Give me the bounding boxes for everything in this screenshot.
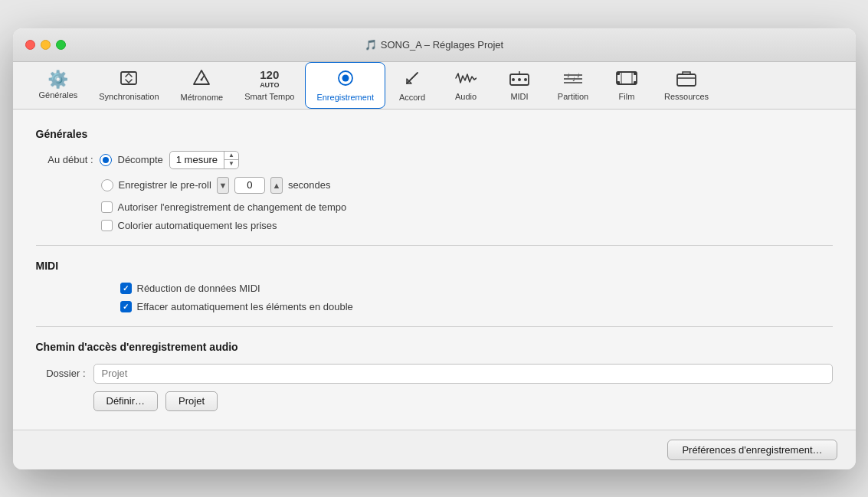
title-icon: 🎵	[365, 39, 377, 51]
colorier-row: Colorier automatiquement les prises	[101, 220, 833, 231]
reduction-label: Réduction de données MIDI	[137, 283, 260, 294]
toolbar-item-ressources[interactable]: Ressources	[653, 62, 719, 109]
sync-icon	[120, 70, 138, 90]
svg-rect-21	[634, 81, 637, 84]
toolbar-item-synchronisation[interactable]: Synchronisation	[88, 62, 169, 109]
title-text: SONG_A – Réglages Projet	[381, 39, 503, 51]
divider-2	[36, 326, 833, 327]
gear-icon: ⚙️	[47, 71, 68, 88]
svg-rect-20	[617, 81, 620, 84]
audio-icon	[455, 70, 477, 90]
au-debut-row: Au début : Décompte 1 mesure ▲ ▼	[36, 151, 833, 169]
tempo-row: Autoriser l'enregistrement de changement…	[101, 201, 833, 213]
colorier-checkbox[interactable]	[101, 220, 113, 231]
toolbar-item-film[interactable]: Film	[600, 62, 653, 109]
main-content: Générales Au début : Décompte 1 mesure ▲…	[13, 110, 856, 430]
svg-marker-1	[194, 70, 209, 84]
toolbar-label-generales: Générales	[39, 90, 78, 100]
titlebar: 🎵 SONG_A – Réglages Projet	[13, 28, 856, 62]
mesure-arrows: ▲ ▼	[224, 152, 238, 168]
decompte-label: Décompte	[118, 154, 163, 165]
pre-roll-label: Enregistrer le pre-roll	[119, 179, 211, 191]
minimize-button[interactable]	[41, 40, 51, 50]
svg-rect-19	[634, 72, 637, 75]
svg-text:♩: ♩	[567, 72, 570, 79]
colorier-label: Colorier automatiquement les prises	[118, 220, 277, 231]
effacer-label: Effacer automatiquement les éléments en …	[137, 301, 353, 312]
svg-point-8	[518, 78, 521, 81]
toolbar-label-smart-tempo: Smart Tempo	[244, 92, 294, 101]
toolbar-label-midi: MIDI	[510, 92, 528, 101]
decompte-radio[interactable]	[100, 154, 112, 166]
svg-point-7	[512, 78, 515, 81]
button-row: Définir… Projet	[93, 391, 833, 411]
folder-row: Dossier :	[36, 364, 833, 384]
mesure-up-arrow[interactable]: ▲	[224, 152, 238, 161]
svg-text:♩: ♩	[572, 76, 575, 83]
toolbar: ⚙️ Générales Synchronisation	[13, 62, 856, 110]
preferences-button[interactable]: Préférences d'enregistrement…	[667, 440, 837, 460]
midi-section-title: MIDI	[36, 260, 833, 272]
svg-text:♩: ♩	[577, 72, 580, 79]
svg-rect-24	[677, 74, 696, 86]
reduction-checkbox[interactable]	[120, 283, 132, 294]
svg-point-9	[524, 78, 527, 81]
effacer-checkbox[interactable]	[120, 301, 132, 312]
pre-roll-down-arrow[interactable]: ▼	[217, 177, 229, 194]
partition-icon: ♩ ♩ ♩	[562, 70, 584, 90]
toolbar-item-smart-tempo[interactable]: 120 AUTO Smart Tempo	[234, 62, 305, 109]
svg-point-3	[201, 78, 203, 80]
mesure-down-arrow[interactable]: ▼	[224, 160, 238, 168]
close-button[interactable]	[25, 40, 35, 50]
toolbar-item-generales[interactable]: ⚙️ Générales	[28, 62, 89, 109]
toolbar-label-partition: Partition	[558, 92, 588, 101]
toolbar-item-metronome[interactable]: Métronome	[170, 62, 234, 109]
projet-button[interactable]: Projet	[165, 391, 218, 411]
tempo-checkbox[interactable]	[101, 201, 113, 213]
window-title: 🎵 SONG_A – Réglages Projet	[365, 39, 503, 51]
toolbar-label-audio: Audio	[455, 92, 477, 101]
reduction-row: Réduction de données MIDI	[120, 283, 833, 294]
mesure-stepper[interactable]: 1 mesure ▲ ▼	[169, 151, 239, 169]
midi-icon	[509, 70, 529, 90]
zoom-button[interactable]	[56, 40, 66, 50]
mesure-value: 1 mesure	[170, 152, 224, 168]
accord-icon	[403, 69, 421, 90]
pre-roll-row: Enregistrer le pre-roll ▼ ▲ secondes	[101, 177, 833, 194]
definir-button[interactable]: Définir…	[93, 391, 159, 411]
toolbar-item-midi[interactable]: MIDI	[493, 62, 546, 109]
ressources-icon	[676, 70, 696, 90]
audio-section-title: Chemin d'accès d'enregistrement audio	[36, 341, 833, 353]
pre-roll-up-arrow[interactable]: ▲	[270, 177, 283, 194]
metronome-icon	[192, 69, 211, 90]
record-icon	[336, 69, 355, 90]
toolbar-item-audio[interactable]: Audio	[439, 62, 493, 109]
bottom-bar: Préférences d'enregistrement…	[13, 430, 856, 469]
secondes-label: secondes	[288, 179, 331, 191]
toolbar-label-film: Film	[619, 92, 635, 101]
pre-roll-radio[interactable]	[101, 179, 113, 191]
svg-rect-18	[617, 72, 620, 75]
tempo-label: Autoriser l'enregistrement de changement…	[118, 201, 347, 213]
generales-section-title: Générales	[36, 128, 833, 140]
toolbar-item-accord[interactable]: Accord	[385, 62, 439, 109]
effacer-row: Effacer automatiquement les éléments en …	[120, 301, 833, 312]
toolbar-label-enregistrement: Enregistrement	[316, 93, 374, 102]
divider-1	[36, 245, 833, 246]
app-window: 🎵 SONG_A – Réglages Projet ⚙️ Générales …	[13, 28, 856, 469]
toolbar-item-enregistrement[interactable]: Enregistrement	[305, 62, 385, 109]
smart-tempo-icon: 120 AUTO	[260, 69, 279, 89]
au-debut-label: Au début :	[36, 154, 93, 165]
toolbar-label-synchronisation: Synchronisation	[99, 92, 159, 101]
toolbar-label-metronome: Métronome	[181, 93, 224, 102]
pre-roll-input[interactable]	[234, 177, 265, 194]
toolbar-label-accord: Accord	[399, 93, 425, 102]
toolbar-label-ressources: Ressources	[664, 92, 709, 101]
film-icon	[616, 70, 637, 90]
toolbar-item-partition[interactable]: ♩ ♩ ♩ Partition	[546, 62, 600, 109]
traffic-lights	[25, 40, 66, 50]
dossier-label: Dossier :	[36, 368, 86, 379]
svg-point-5	[342, 74, 349, 81]
dossier-input[interactable]	[93, 364, 833, 384]
